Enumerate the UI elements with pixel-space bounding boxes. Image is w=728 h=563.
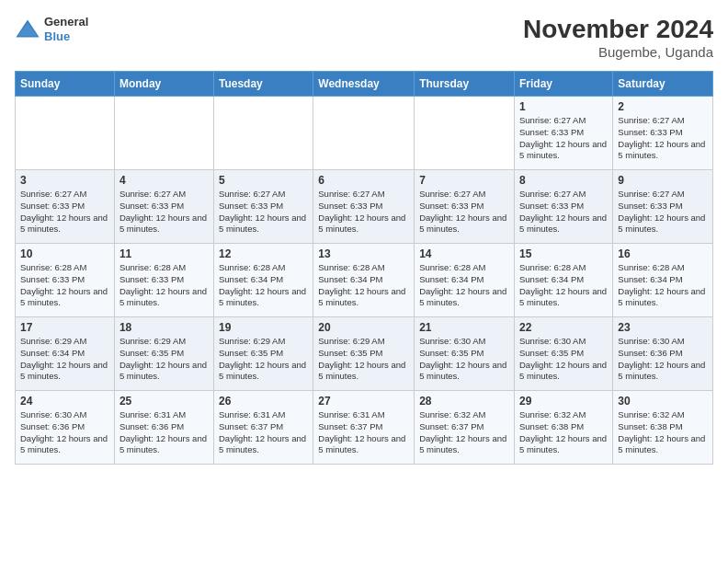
calendar-week-2: 10Sunrise: 6:28 AM Sunset: 6:33 PM Dayli… — [16, 244, 713, 317]
day-info: Sunrise: 6:30 AM Sunset: 6:35 PM Dayligh… — [419, 336, 509, 383]
header-cell-thursday: Thursday — [415, 72, 515, 97]
calendar-header: SundayMondayTuesdayWednesdayThursdayFrid… — [16, 72, 713, 97]
logo-general: General — [44, 15, 88, 29]
calendar-cell: 8Sunrise: 6:27 AM Sunset: 6:33 PM Daylig… — [515, 170, 613, 244]
header-cell-tuesday: Tuesday — [213, 72, 313, 97]
calendar-cell: 15Sunrise: 6:28 AM Sunset: 6:34 PM Dayli… — [515, 244, 613, 317]
calendar-cell: 1Sunrise: 6:27 AM Sunset: 6:33 PM Daylig… — [515, 97, 613, 170]
day-info: Sunrise: 6:27 AM Sunset: 6:33 PM Dayligh… — [618, 115, 708, 162]
day-info: Sunrise: 6:27 AM Sunset: 6:33 PM Dayligh… — [419, 189, 509, 236]
calendar-cell: 28Sunrise: 6:32 AM Sunset: 6:37 PM Dayli… — [415, 391, 515, 465]
header-cell-friday: Friday — [515, 72, 613, 97]
calendar-cell: 4Sunrise: 6:27 AM Sunset: 6:33 PM Daylig… — [114, 170, 213, 244]
calendar-table: SundayMondayTuesdayWednesdayThursdayFrid… — [15, 71, 713, 465]
logo: General Blue — [15, 15, 88, 43]
day-info: Sunrise: 6:27 AM Sunset: 6:33 PM Dayligh… — [519, 189, 608, 236]
day-info: Sunrise: 6:31 AM Sunset: 6:37 PM Dayligh… — [318, 409, 409, 456]
calendar-cell: 21Sunrise: 6:30 AM Sunset: 6:35 PM Dayli… — [415, 317, 515, 391]
day-number: 15 — [519, 247, 608, 260]
day-info: Sunrise: 6:27 AM Sunset: 6:33 PM Dayligh… — [219, 189, 308, 236]
day-number: 30 — [618, 395, 708, 408]
day-info: Sunrise: 6:28 AM Sunset: 6:34 PM Dayligh… — [618, 262, 708, 309]
day-info: Sunrise: 6:28 AM Sunset: 6:33 PM Dayligh… — [20, 262, 109, 309]
calendar-cell: 5Sunrise: 6:27 AM Sunset: 6:33 PM Daylig… — [213, 170, 313, 244]
calendar-cell: 13Sunrise: 6:28 AM Sunset: 6:34 PM Dayli… — [313, 244, 415, 317]
day-info: Sunrise: 6:28 AM Sunset: 6:34 PM Dayligh… — [419, 262, 509, 309]
day-number: 2 — [618, 100, 708, 113]
calendar-cell: 29Sunrise: 6:32 AM Sunset: 6:38 PM Dayli… — [515, 391, 613, 465]
header-cell-monday: Monday — [114, 72, 213, 97]
calendar-cell: 2Sunrise: 6:27 AM Sunset: 6:33 PM Daylig… — [613, 97, 713, 170]
day-number: 18 — [119, 321, 209, 334]
header-cell-sunday: Sunday — [16, 72, 115, 97]
calendar-week-0: 1Sunrise: 6:27 AM Sunset: 6:33 PM Daylig… — [16, 97, 713, 170]
calendar-cell: 25Sunrise: 6:31 AM Sunset: 6:36 PM Dayli… — [114, 391, 213, 465]
day-number: 26 — [219, 395, 308, 408]
day-number: 13 — [318, 247, 409, 260]
calendar-cell: 22Sunrise: 6:30 AM Sunset: 6:35 PM Dayli… — [515, 317, 613, 391]
day-number: 28 — [419, 395, 509, 408]
calendar-cell: 12Sunrise: 6:28 AM Sunset: 6:34 PM Dayli… — [213, 244, 313, 317]
calendar-cell: 24Sunrise: 6:30 AM Sunset: 6:36 PM Dayli… — [16, 391, 115, 465]
day-info: Sunrise: 6:30 AM Sunset: 6:36 PM Dayligh… — [20, 409, 109, 456]
day-number: 29 — [519, 395, 608, 408]
calendar-cell: 27Sunrise: 6:31 AM Sunset: 6:37 PM Dayli… — [313, 391, 415, 465]
calendar-cell: 18Sunrise: 6:29 AM Sunset: 6:35 PM Dayli… — [114, 317, 213, 391]
day-info: Sunrise: 6:28 AM Sunset: 6:33 PM Dayligh… — [119, 262, 209, 309]
calendar-cell: 3Sunrise: 6:27 AM Sunset: 6:33 PM Daylig… — [16, 170, 115, 244]
day-info: Sunrise: 6:29 AM Sunset: 6:34 PM Dayligh… — [20, 336, 109, 383]
calendar-cell — [415, 97, 515, 170]
day-number: 8 — [519, 174, 608, 187]
calendar-cell — [114, 97, 213, 170]
calendar-week-3: 17Sunrise: 6:29 AM Sunset: 6:34 PM Dayli… — [16, 317, 713, 391]
day-info: Sunrise: 6:31 AM Sunset: 6:36 PM Dayligh… — [119, 409, 209, 456]
calendar-cell: 14Sunrise: 6:28 AM Sunset: 6:34 PM Dayli… — [415, 244, 515, 317]
day-info: Sunrise: 6:27 AM Sunset: 6:33 PM Dayligh… — [318, 189, 409, 236]
day-number: 17 — [20, 321, 109, 334]
calendar-cell: 30Sunrise: 6:32 AM Sunset: 6:38 PM Dayli… — [613, 391, 713, 465]
day-info: Sunrise: 6:27 AM Sunset: 6:33 PM Dayligh… — [20, 189, 109, 236]
day-info: Sunrise: 6:28 AM Sunset: 6:34 PM Dayligh… — [318, 262, 409, 309]
day-info: Sunrise: 6:28 AM Sunset: 6:34 PM Dayligh… — [219, 262, 308, 309]
title-block: November 2024 Bugembe, Uganda — [523, 15, 713, 60]
calendar-cell: 16Sunrise: 6:28 AM Sunset: 6:34 PM Dayli… — [613, 244, 713, 317]
day-info: Sunrise: 6:32 AM Sunset: 6:38 PM Dayligh… — [519, 409, 608, 456]
day-number: 23 — [618, 321, 708, 334]
svg-marker-1 — [18, 23, 38, 36]
day-info: Sunrise: 6:30 AM Sunset: 6:36 PM Dayligh… — [618, 336, 708, 383]
day-info: Sunrise: 6:31 AM Sunset: 6:37 PM Dayligh… — [219, 409, 308, 456]
day-number: 12 — [219, 247, 308, 260]
logo-icon — [15, 17, 40, 42]
calendar-cell: 17Sunrise: 6:29 AM Sunset: 6:34 PM Dayli… — [16, 317, 115, 391]
day-info: Sunrise: 6:30 AM Sunset: 6:35 PM Dayligh… — [519, 336, 608, 383]
day-number: 6 — [318, 174, 409, 187]
day-number: 4 — [119, 174, 209, 187]
day-number: 11 — [119, 247, 209, 260]
calendar-cell: 19Sunrise: 6:29 AM Sunset: 6:35 PM Dayli… — [213, 317, 313, 391]
logo-blue: Blue — [44, 29, 88, 44]
day-info: Sunrise: 6:29 AM Sunset: 6:35 PM Dayligh… — [219, 336, 308, 383]
calendar-cell: 9Sunrise: 6:27 AM Sunset: 6:33 PM Daylig… — [613, 170, 713, 244]
header-cell-saturday: Saturday — [613, 72, 713, 97]
day-number: 20 — [318, 321, 409, 334]
calendar-cell: 10Sunrise: 6:28 AM Sunset: 6:33 PM Dayli… — [16, 244, 115, 317]
day-number: 5 — [219, 174, 308, 187]
day-number: 10 — [20, 247, 109, 260]
day-number: 21 — [419, 321, 509, 334]
day-number: 25 — [119, 395, 209, 408]
calendar-cell: 7Sunrise: 6:27 AM Sunset: 6:33 PM Daylig… — [415, 170, 515, 244]
day-number: 19 — [219, 321, 308, 334]
calendar-cell: 11Sunrise: 6:28 AM Sunset: 6:33 PM Dayli… — [114, 244, 213, 317]
day-number: 27 — [318, 395, 409, 408]
day-info: Sunrise: 6:27 AM Sunset: 6:33 PM Dayligh… — [519, 115, 608, 162]
header-row: SundayMondayTuesdayWednesdayThursdayFrid… — [16, 72, 713, 97]
calendar-week-1: 3Sunrise: 6:27 AM Sunset: 6:33 PM Daylig… — [16, 170, 713, 244]
day-info: Sunrise: 6:29 AM Sunset: 6:35 PM Dayligh… — [318, 336, 409, 383]
day-number: 9 — [618, 174, 708, 187]
logo-text: General Blue — [44, 15, 88, 43]
calendar-cell — [213, 97, 313, 170]
calendar-week-4: 24Sunrise: 6:30 AM Sunset: 6:36 PM Dayli… — [16, 391, 713, 465]
calendar-cell: 20Sunrise: 6:29 AM Sunset: 6:35 PM Dayli… — [313, 317, 415, 391]
day-info: Sunrise: 6:29 AM Sunset: 6:35 PM Dayligh… — [119, 336, 209, 383]
calendar-title: November 2024 — [523, 15, 713, 44]
